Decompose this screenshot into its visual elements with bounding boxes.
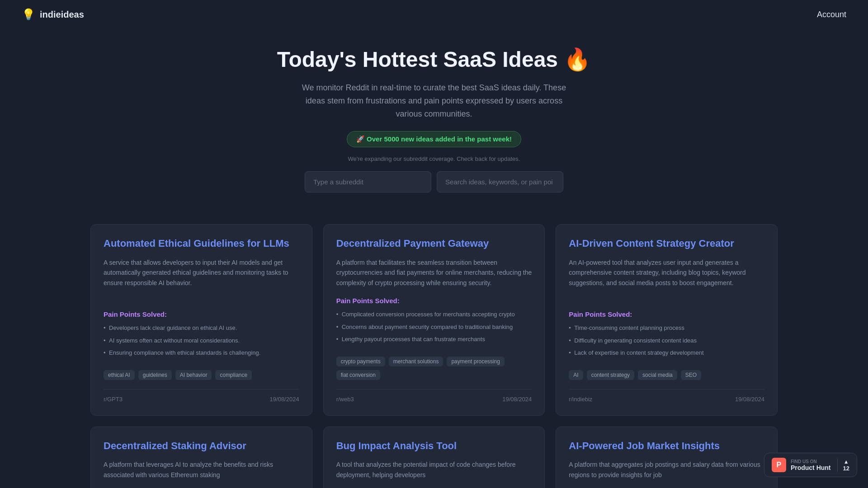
tag: guidelines bbox=[138, 370, 172, 380]
tag: AI bbox=[569, 370, 583, 380]
pain-points-title: Pain Points Solved: bbox=[104, 310, 299, 318]
tag: AI behavior bbox=[175, 370, 212, 380]
account-link[interactable]: Account bbox=[817, 10, 846, 19]
ph-text-block: FIND US ON Product Hunt bbox=[791, 459, 831, 471]
card-item: AI-Driven Content Strategy Creator An AI… bbox=[556, 224, 778, 415]
tag: compliance bbox=[215, 370, 252, 380]
card-title: Decentralized Staking Advisor bbox=[104, 440, 299, 453]
card-item: AI-Powered Job Market Insights A platfor… bbox=[556, 427, 778, 488]
subreddit-input[interactable] bbox=[305, 171, 431, 192]
card-footer: r/web3 19/08/2024 bbox=[336, 389, 532, 403]
tag: social media bbox=[638, 370, 677, 380]
card-title: Bug Impact Analysis Tool bbox=[336, 440, 532, 453]
card-title: AI-Driven Content Strategy Creator bbox=[569, 237, 764, 250]
card-item: Decentralized Payment Gateway A platform… bbox=[323, 224, 545, 415]
card-date: 19/08/2024 bbox=[502, 396, 532, 403]
pain-point-item: Concerns about payment security compared… bbox=[336, 323, 532, 332]
logo-text: indieideas bbox=[40, 9, 84, 20]
pain-points-title: Pain Points Solved: bbox=[336, 297, 532, 305]
pain-points-list: Time-consuming content planning processD… bbox=[569, 324, 764, 361]
hero-title: Today's Hottest SaaS Ideas 🔥 bbox=[9, 47, 859, 72]
cards-grid: Automated Ethical Guidelines for LLMs A … bbox=[90, 224, 778, 488]
card-title: AI-Powered Job Market Insights bbox=[569, 440, 764, 453]
pain-points-title: Pain Points Solved: bbox=[569, 310, 764, 318]
card-description: A platform that leverages AI to analyze … bbox=[104, 460, 299, 480]
search-row bbox=[9, 171, 859, 192]
tags-row: AIcontent strategysocial mediaSEO bbox=[569, 370, 764, 380]
tag: crypto payments bbox=[336, 357, 385, 366]
card-footer: r/indiebiz 19/08/2024 bbox=[569, 389, 764, 403]
pain-point-item: Developers lack clear guidance on ethica… bbox=[104, 324, 299, 333]
card-date: 19/08/2024 bbox=[735, 396, 764, 403]
logo[interactable]: 💡 indieideas bbox=[22, 8, 84, 21]
pain-points-list: Developers lack clear guidance on ethica… bbox=[104, 324, 299, 361]
ph-find-us: FIND US ON bbox=[791, 459, 831, 464]
tag: payment processing bbox=[447, 357, 504, 366]
card-description: A service that allows developers to inpu… bbox=[104, 258, 299, 301]
tag: SEO bbox=[681, 370, 701, 380]
pain-point-item: Lengthy payout processes that can frustr… bbox=[336, 335, 532, 344]
card-subreddit: r/GPT3 bbox=[104, 396, 123, 403]
pain-points-list: Complicated conversion processes for mer… bbox=[336, 310, 532, 347]
card-date: 19/08/2024 bbox=[270, 396, 299, 403]
hero-description: We monitor Reddit in real-time to curate… bbox=[294, 81, 574, 120]
pain-point-item: AI systems often act without moral consi… bbox=[104, 336, 299, 345]
card-title: Automated Ethical Guidelines for LLMs bbox=[104, 237, 299, 250]
card-subreddit: r/web3 bbox=[336, 396, 354, 403]
ph-arrow-icon: ▲ bbox=[844, 459, 849, 465]
tag: merchant solutions bbox=[389, 357, 443, 366]
pain-point-item: Complicated conversion processes for mer… bbox=[336, 310, 532, 319]
card-item: Automated Ethical Guidelines for LLMs A … bbox=[90, 224, 312, 415]
card-item: Bug Impact Analysis Tool A tool that ana… bbox=[323, 427, 545, 488]
pain-point-item: Time-consuming content planning process bbox=[569, 324, 764, 333]
card-description: A tool that analyzes the potential impac… bbox=[336, 460, 532, 480]
pain-point-item: Ensuring compliance with ethical standar… bbox=[104, 348, 299, 357]
card-description: A platform that facilitates the seamless… bbox=[336, 258, 532, 288]
card-title: Decentralized Payment Gateway bbox=[336, 237, 532, 250]
pain-point-item: Lack of expertise in content strategy de… bbox=[569, 348, 764, 357]
hero-section: Today's Hottest SaaS Ideas 🔥 We monitor … bbox=[0, 29, 868, 211]
subreddit-notice: We're expanding our subreddit coverage. … bbox=[9, 155, 859, 162]
tags-row: crypto paymentsmerchant solutionspayment… bbox=[336, 357, 532, 380]
logo-icon: 💡 bbox=[22, 8, 35, 21]
pain-point-item: Difficulty in generating consistent cont… bbox=[569, 336, 764, 345]
card-description: An AI-powered tool that analyzes user in… bbox=[569, 258, 764, 301]
product-hunt-badge[interactable]: P FIND US ON Product Hunt ▲ 12 bbox=[764, 453, 857, 477]
search-input[interactable] bbox=[437, 171, 563, 192]
tags-row: ethical AIguidelinesAI behaviorcomplianc… bbox=[104, 370, 299, 380]
ph-count: 12 bbox=[843, 465, 849, 472]
promo-text: 🚀 Over 5000 new ideas added in the past … bbox=[356, 135, 512, 143]
ph-name: Product Hunt bbox=[791, 464, 831, 471]
ph-count-block: ▲ 12 bbox=[837, 459, 849, 472]
tag: content strategy bbox=[587, 370, 634, 380]
promo-badge: 🚀 Over 5000 new ideas added in the past … bbox=[347, 131, 521, 147]
tag: ethical AI bbox=[104, 370, 135, 380]
cards-section: Automated Ethical Guidelines for LLMs A … bbox=[72, 224, 796, 488]
card-footer: r/GPT3 19/08/2024 bbox=[104, 389, 299, 403]
card-description: A platform that aggregates job postings … bbox=[569, 460, 764, 480]
ph-logo-icon: P bbox=[772, 458, 786, 472]
tag: fiat conversion bbox=[336, 370, 380, 380]
card-subreddit: r/indiebiz bbox=[569, 396, 592, 403]
card-item: Decentralized Staking Advisor A platform… bbox=[90, 427, 312, 488]
